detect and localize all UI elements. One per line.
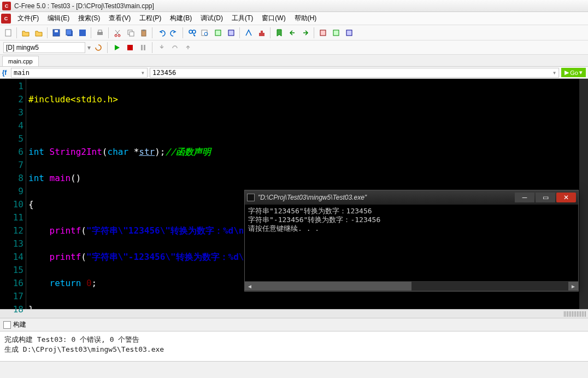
paste-button[interactable] xyxy=(138,27,150,39)
go-button[interactable]: ▶ Go ▾ xyxy=(561,68,586,77)
svg-rect-2 xyxy=(55,30,58,32)
new-file-button[interactable] xyxy=(2,27,14,39)
next-bookmark-button[interactable] xyxy=(299,27,311,39)
svg-rect-23 xyxy=(320,30,326,36)
maximize-button[interactable]: ▭ xyxy=(536,193,555,202)
function-icon: {f xyxy=(0,69,9,77)
run-button[interactable] xyxy=(111,42,122,53)
svg-rect-0 xyxy=(5,30,11,36)
menu-view[interactable]: 查看(V) xyxy=(104,12,135,25)
svg-rect-20 xyxy=(228,30,234,36)
menu-build[interactable]: 构建(B) xyxy=(166,12,196,25)
minimize-button[interactable]: ─ xyxy=(515,193,534,202)
vertical-scrollbar[interactable] xyxy=(579,79,588,309)
svg-line-15 xyxy=(193,34,195,36)
svg-point-16 xyxy=(192,30,196,33)
menu-debug[interactable]: 调试(D) xyxy=(196,12,227,25)
scope-selector[interactable]: main▾ xyxy=(11,68,148,78)
title-bar: C C-Free 5.0 : Test03 - [D:\CProj\Test03… xyxy=(0,0,588,12)
tab-main-cpp[interactable]: main.cpp xyxy=(2,56,39,66)
scroll-right-button[interactable]: ► xyxy=(568,282,578,290)
goto-button[interactable] xyxy=(225,27,237,39)
replace-button[interactable] xyxy=(212,27,224,39)
app-icon: C xyxy=(2,2,11,10)
find-button[interactable] xyxy=(186,27,198,39)
menu-window[interactable]: 窗口(W) xyxy=(257,12,290,25)
save-button[interactable] xyxy=(50,27,62,39)
svg-rect-26 xyxy=(127,45,133,50)
svg-rect-24 xyxy=(333,30,339,36)
svg-rect-11 xyxy=(130,32,134,36)
build-panel-header[interactable]: 构建 xyxy=(0,318,588,332)
svg-rect-5 xyxy=(79,30,86,36)
build-panel-icon xyxy=(3,321,11,329)
find-in-files-button[interactable] xyxy=(199,27,211,39)
menu-project[interactable]: 工程(P) xyxy=(135,12,166,25)
refresh-button[interactable] xyxy=(93,42,104,53)
target-row: [D] mingw5 ▾ xyxy=(0,40,588,55)
options-button[interactable] xyxy=(343,27,355,39)
prev-bookmark-button[interactable] xyxy=(286,27,298,39)
console-scrollbar[interactable]: ◄ ► xyxy=(245,281,578,291)
symbol-button[interactable] xyxy=(330,27,342,39)
svg-rect-22 xyxy=(261,31,263,33)
bookmark-button[interactable] xyxy=(273,27,285,39)
stop-button[interactable] xyxy=(125,42,136,53)
console-output: 字符串"123456"转换为数字：123456 字符串"-123456"转换为数… xyxy=(245,205,578,281)
redo-button[interactable] xyxy=(168,27,180,39)
open-project-button[interactable] xyxy=(33,27,45,39)
svg-rect-4 xyxy=(66,30,72,35)
svg-rect-21 xyxy=(259,33,264,36)
build-output: 完成构建 Test03: 0 个错误, 0 个警告 生成 D:\CProj\Te… xyxy=(0,332,588,361)
menu-help[interactable]: 帮助(H) xyxy=(290,12,321,25)
menu-edit[interactable]: 编辑(E) xyxy=(43,12,74,25)
horizontal-scrollbar[interactable] xyxy=(0,309,588,318)
menu-tools[interactable]: 工具(T) xyxy=(227,12,257,25)
location-selector[interactable]: 123456▾ xyxy=(150,68,559,78)
svg-rect-13 xyxy=(143,30,145,31)
menu-search[interactable]: 搜索(S) xyxy=(74,12,104,25)
scroll-left-button[interactable]: ◄ xyxy=(245,282,255,290)
open-button[interactable] xyxy=(20,27,32,39)
svg-rect-19 xyxy=(215,30,221,36)
copy-button[interactable] xyxy=(125,27,137,39)
splitter-handle[interactable] xyxy=(564,311,586,317)
target-combo[interactable]: [D] mingw5 xyxy=(3,42,85,53)
menu-bar: C 文件(F) 编辑(E) 搜索(S) 查看(V) 工程(P) 构建(B) 调试… xyxy=(0,12,588,25)
build-panel-label: 构建 xyxy=(13,320,26,329)
undo-button[interactable] xyxy=(155,27,167,39)
step-over-button[interactable] xyxy=(169,42,180,53)
cut-button[interactable] xyxy=(111,27,124,39)
console-title: "D:\CProj\Test03\mingw5\Test03.exe" xyxy=(258,194,514,201)
app-icon-small: C xyxy=(1,14,11,24)
svg-rect-27 xyxy=(141,45,143,50)
close-button[interactable]: ✕ xyxy=(556,193,576,202)
console-icon xyxy=(247,194,255,201)
build-button[interactable] xyxy=(256,27,268,39)
step-into-button[interactable] xyxy=(156,42,167,53)
window-title: C-Free 5.0 : Test03 - [D:\CProj\Test03\m… xyxy=(14,2,586,10)
svg-rect-28 xyxy=(144,45,145,50)
menu-file[interactable]: 文件(F) xyxy=(13,12,43,25)
pause-button[interactable] xyxy=(138,42,149,53)
line-gutter: 1234 5678 9101112 13141516 1718 xyxy=(0,79,26,309)
save-as-button[interactable] xyxy=(77,27,89,39)
print-button[interactable] xyxy=(94,27,106,39)
class-browser-button[interactable] xyxy=(317,27,329,39)
svg-rect-25 xyxy=(346,30,352,36)
step-out-button[interactable] xyxy=(183,42,193,53)
nav-row: {f main▾ 123456▾ ▶ Go ▾ xyxy=(0,67,588,79)
save-all-button[interactable] xyxy=(63,27,75,39)
status-bar xyxy=(0,361,588,371)
console-titlebar[interactable]: "D:\CProj\Test03\mingw5\Test03.exe" ─ ▭ … xyxy=(245,190,578,205)
toolbar xyxy=(0,25,588,40)
document-tabs: main.cpp xyxy=(0,55,588,67)
compile-button[interactable] xyxy=(243,27,255,39)
svg-point-14 xyxy=(189,30,192,33)
console-window[interactable]: "D:\CProj\Test03\mingw5\Test03.exe" ─ ▭ … xyxy=(244,190,579,292)
svg-rect-7 xyxy=(98,30,102,32)
